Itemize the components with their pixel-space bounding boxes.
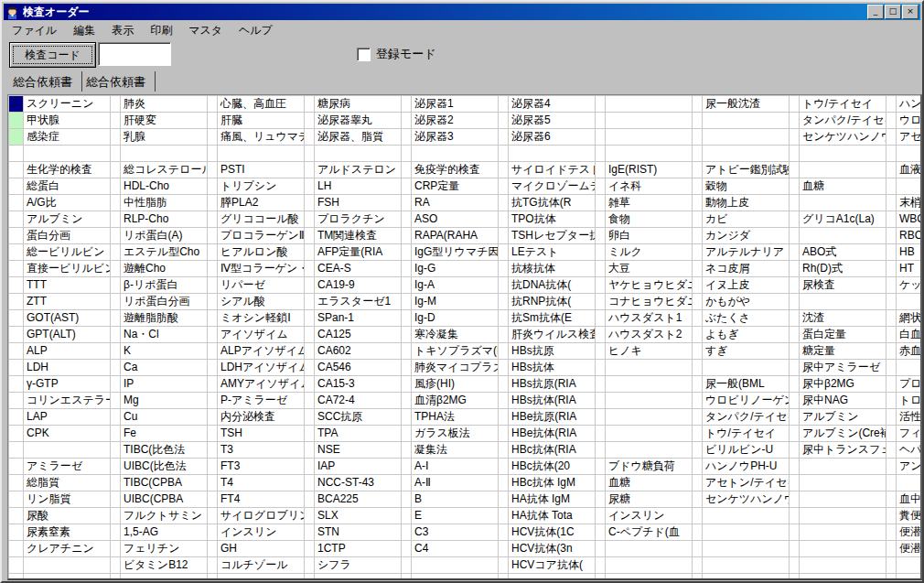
grid-cell[interactable]: アミラーゼ: [24, 459, 111, 475]
grid-cell[interactable]: トウ/テイセイ: [703, 426, 790, 442]
grid-cell[interactable]: 沈渣: [800, 310, 886, 327]
grid-cell[interactable]: リポ蛋白分画: [121, 294, 208, 310]
grid-cell[interactable]: [606, 409, 693, 426]
grid-cell[interactable]: [703, 113, 790, 129]
grid-cell[interactable]: コリンエステラーゼ: [24, 393, 111, 409]
grid-cell[interactable]: [800, 228, 886, 244]
grid-cell[interactable]: 尿中トランスフェ: [800, 442, 886, 459]
grid-cell[interactable]: 血糖: [800, 178, 886, 195]
grid-cell[interactable]: 便潜血 OCヘ: [897, 524, 924, 541]
grid-cell[interactable]: タンパク/テイセイ: [703, 409, 790, 426]
grid-cell[interactable]: T3: [218, 442, 305, 459]
grid-cell[interactable]: [24, 146, 111, 162]
grid-cell[interactable]: TPHA法: [412, 409, 499, 426]
grid-cell[interactable]: 尿中NAG: [800, 393, 886, 409]
grid-cell[interactable]: シフラ: [315, 557, 402, 574]
grid-cell[interactable]: 感染症: [24, 129, 111, 146]
grid-cell[interactable]: プロトロビン時間: [897, 376, 924, 393]
grid-cell[interactable]: 抗Sm抗体(E: [509, 310, 596, 327]
grid-cell[interactable]: Cu: [121, 409, 208, 426]
grid-cell[interactable]: [24, 442, 111, 459]
grid-cell[interactable]: ハウスダスト2: [606, 327, 693, 343]
grid-cell[interactable]: センケツハンノウー: [703, 491, 790, 508]
grid-cell[interactable]: 心臓、高血圧: [218, 96, 305, 113]
grid-cell[interactable]: Ig-G: [412, 261, 499, 277]
grid-cell[interactable]: 遊離Cho: [121, 261, 208, 277]
grid-cell[interactable]: CA546: [315, 360, 402, 376]
grid-cell[interactable]: 総脂質: [24, 475, 111, 491]
grid-cell[interactable]: 血糖: [606, 475, 693, 491]
maximize-button[interactable]: □: [885, 5, 901, 19]
grid-cell[interactable]: Ig-A: [412, 277, 499, 294]
grid-cell[interactable]: フィブリノーゲン: [897, 426, 924, 442]
grid-cell[interactable]: TPO抗体: [509, 211, 596, 228]
grid-cell[interactable]: CA19-9: [315, 277, 402, 294]
grid-cell[interactable]: HBc抗体(20: [509, 459, 596, 475]
grid-cell[interactable]: [800, 508, 886, 524]
grid-cell[interactable]: イネ科: [606, 178, 693, 195]
grid-cell[interactable]: HB: [897, 244, 924, 261]
grid-cell[interactable]: アルブミン(Cre補: [800, 426, 886, 442]
grid-cell[interactable]: 風疹(HI): [412, 376, 499, 393]
grid-cell[interactable]: ALPアイソザイム: [218, 343, 305, 360]
grid-cell[interactable]: ハウスダスト1: [606, 310, 693, 327]
grid-cell[interactable]: E: [412, 508, 499, 524]
grid-cell[interactable]: 肝臓: [218, 113, 305, 129]
menu-print[interactable]: 印刷: [142, 21, 180, 40]
section-header-cell[interactable]: 血液・凝固検査: [897, 162, 924, 178]
grid-cell[interactable]: FT3: [218, 459, 305, 475]
grid-cell[interactable]: 1CTP: [315, 541, 402, 557]
grid-cell[interactable]: ヒアルロン酸: [218, 244, 305, 261]
grid-cell[interactable]: [897, 360, 924, 376]
grid-cell[interactable]: ケッショウバンス: [897, 277, 924, 294]
grid-cell[interactable]: [800, 475, 886, 491]
grid-cell[interactable]: C-ペプチド(血: [606, 524, 693, 541]
grid-cell[interactable]: 糖定量: [800, 343, 886, 360]
grid-cell[interactable]: 活性部分トロン: [897, 409, 924, 426]
grid-cell[interactable]: [606, 393, 693, 409]
test-code-input[interactable]: [98, 42, 171, 66]
grid-cell[interactable]: [606, 557, 693, 574]
grid-cell[interactable]: アルテルナリア: [703, 244, 790, 261]
grid-cell[interactable]: 尿中β2MG: [800, 376, 886, 393]
grid-cell[interactable]: AFP定量(RIA: [315, 244, 402, 261]
menu-view[interactable]: 表示: [103, 21, 142, 40]
grid-cell[interactable]: 卵白: [606, 228, 693, 244]
grid-cell[interactable]: ABO式: [800, 244, 886, 261]
grid-cell[interactable]: WBC: [897, 211, 924, 228]
grid-cell[interactable]: 抗TG抗体(R: [509, 195, 596, 211]
grid-cell[interactable]: 肝硬変: [121, 113, 208, 129]
grid-cell[interactable]: 穀物: [703, 178, 790, 195]
grid-cell[interactable]: IP: [121, 376, 208, 393]
grid-cell[interactable]: [606, 442, 693, 459]
section-header-cell[interactable]: 内分泌検査: [218, 409, 305, 426]
grid-cell[interactable]: ASO: [412, 211, 499, 228]
grid-cell[interactable]: HBe抗原(RIA: [509, 409, 596, 426]
grid-cell[interactable]: [800, 459, 886, 475]
grid-cell[interactable]: IAP: [315, 459, 402, 475]
section-header-cell[interactable]: 肝炎ウイルス検査: [509, 327, 596, 343]
grid-cell[interactable]: [800, 162, 886, 178]
grid-cell[interactable]: リン脂質: [24, 491, 111, 508]
grid-cell[interactable]: トリプシン: [218, 178, 305, 195]
grid-cell[interactable]: [606, 146, 693, 162]
grid-cell[interactable]: γ-GTP: [24, 376, 111, 393]
grid-cell[interactable]: P-アミラーゼ: [218, 393, 305, 409]
grid-cell[interactable]: ヤケヒョウヒダニ: [606, 277, 693, 294]
grid-cell[interactable]: [800, 524, 886, 541]
grid-cell[interactable]: ぶたくさ: [703, 310, 790, 327]
grid-cell[interactable]: クレアチニン: [24, 541, 111, 557]
test-code-button[interactable]: 検査コード: [9, 42, 96, 68]
grid-cell[interactable]: [897, 178, 924, 195]
grid-cell[interactable]: トウ/テイセイ: [800, 96, 886, 113]
grid-cell[interactable]: AMYアイソザイム: [218, 376, 305, 393]
grid-cell[interactable]: Ig-M: [412, 294, 499, 310]
grid-cell[interactable]: A-Ⅱ: [412, 475, 499, 491]
grid-cell[interactable]: 1,5-AG: [121, 524, 208, 541]
grid-cell[interactable]: [509, 146, 596, 162]
section-header-cell[interactable]: アイソザイム: [218, 327, 305, 343]
grid-cell[interactable]: 便潜血 OCヘ: [897, 541, 924, 557]
grid-cell[interactable]: グリココール酸: [218, 211, 305, 228]
grid-cell[interactable]: [315, 146, 402, 162]
grid-cell[interactable]: 泌尿器5: [509, 113, 596, 129]
